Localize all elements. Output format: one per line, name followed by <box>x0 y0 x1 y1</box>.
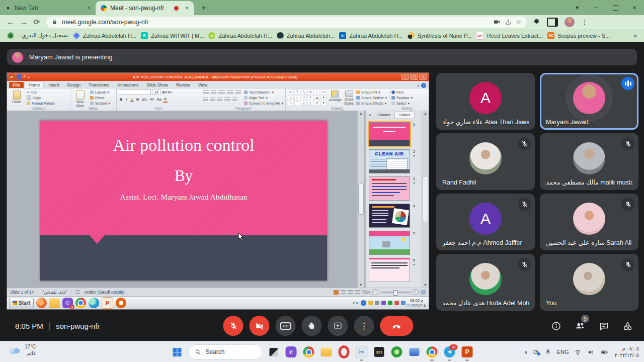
replace-button[interactable]: Replace ▾ <box>391 95 423 101</box>
participant-tile-huda[interactable]: هدى عادل محمد Huda Adel Moha... <box>436 254 535 311</box>
fit-to-window-icon[interactable] <box>421 290 426 295</box>
undo-icon[interactable]: ↶ <box>23 75 27 79</box>
language-en[interactable]: EN <box>353 301 358 305</box>
bookmark-item[interactable]: IOPReed Leaves Extract... <box>476 32 543 40</box>
change-case-button[interactable]: Aa <box>156 97 162 102</box>
idm-icon[interactable] <box>390 345 404 358</box>
zoom-slider[interactable] <box>380 292 411 293</box>
ppt-minimize[interactable]: – <box>401 74 409 80</box>
forward-button[interactable]: → <box>17 18 30 26</box>
ppt-tab-slideshow[interactable]: Slide Show <box>143 82 172 88</box>
media-player-icon[interactable] <box>36 298 47 308</box>
shapes-gallery[interactable]: ▭╲╲▭○▭ △⌐⇨⇩☁▾ ☆⌒{}✦▾ <box>288 89 327 106</box>
language-indicator[interactable]: ENG <box>557 349 569 355</box>
participant-tile-maryam[interactable]: Maryam Jawad <box>540 73 638 130</box>
participant-tile-alaa[interactable]: A علاء ضاري جواد Alaa Thari Jawad <box>436 73 535 130</box>
bookmark-item[interactable]: تسجيل دخول التدري... <box>7 32 68 39</box>
bookmark-item[interactable]: SCScopus preview - S... <box>547 32 610 39</box>
slide-thumbnail-2[interactable]: CLEAN AIR <box>369 149 410 173</box>
copy-button[interactable]: Copy <box>27 95 55 101</box>
file-explorer-icon[interactable] <box>49 298 60 308</box>
task-view-icon[interactable] <box>267 345 280 358</box>
find-button[interactable]: Find <box>391 89 423 95</box>
slide-canvas[interactable]: Air pollution control By Assist. Lect. M… <box>40 121 327 281</box>
reading-view-icon[interactable] <box>348 290 353 295</box>
slide-thumbnail-6[interactable] <box>369 258 410 282</box>
mic-toggle-button[interactable] <box>223 316 243 336</box>
telegram-icon[interactable]: 08 <box>443 345 456 358</box>
tray-icon[interactable] <box>394 301 399 305</box>
smartart-button[interactable]: Convert to SmartArt ▾ <box>244 101 283 106</box>
ppt-tab-animations[interactable]: Animations <box>114 82 142 88</box>
bookmarks-overflow-chevron[interactable]: » <box>633 32 637 39</box>
help-icon[interactable]: ? <box>421 83 426 88</box>
participant-tile-rand[interactable]: Rand Fadhil <box>436 133 535 190</box>
tray-icon[interactable] <box>381 301 386 305</box>
ppt-tab-home[interactable]: Home <box>25 81 44 88</box>
printer-icon[interactable] <box>408 345 421 358</box>
chat-button[interactable] <box>599 321 609 331</box>
raise-hand-button[interactable] <box>301 316 321 336</box>
participant-tile-you[interactable]: You <box>540 254 638 311</box>
slides-tab[interactable]: Slides <box>394 112 415 118</box>
file-explorer-taskbar-icon[interactable] <box>320 345 333 358</box>
strikethrough-button[interactable]: S <box>135 97 140 102</box>
spellcheck-icon[interactable] <box>75 290 80 295</box>
weather-widget[interactable]: 17°Cغائم <box>8 344 36 356</box>
tray-icon[interactable] <box>368 301 373 305</box>
list-align-buttons-row1[interactable] <box>203 89 241 95</box>
tray-icon[interactable] <box>375 301 379 305</box>
format-painter-button[interactable]: Format Painter <box>27 101 55 106</box>
ribbon-collapse-icon[interactable]: ▴ <box>417 83 419 87</box>
ppt-tab-file[interactable]: File <box>9 82 24 88</box>
zoom-out-button[interactable]: − <box>372 289 378 295</box>
list-align-buttons-row2[interactable] <box>203 97 241 102</box>
bookmark-item[interactable]: Zahraa Abdulelah H... <box>73 33 136 39</box>
more-options-button[interactable]: ⋮ <box>354 316 374 336</box>
activities-button[interactable] <box>622 321 633 331</box>
save-icon[interactable] <box>17 74 22 79</box>
chrome-taskbar-icon[interactable] <box>302 345 315 358</box>
shared-screen-powerpoint[interactable]: P ↶ ▾ AIR POLLUTION CONTROL ALAQ&NORA - … <box>7 73 429 309</box>
grow-font-button[interactable]: A˄ <box>162 89 167 95</box>
start-button-classic[interactable]: Start <box>9 298 34 308</box>
bookmark-item[interactable]: RZahraa WITWIT | M... <box>141 32 204 39</box>
tab-search-icon[interactable]: ▾ <box>568 0 587 15</box>
panel-close-icon[interactable]: × <box>366 113 374 117</box>
new-slide-button[interactable]: NewSlide <box>72 89 88 108</box>
language-indicator[interactable]: Arabic (Saudi Arabia) <box>84 290 124 295</box>
paste-button[interactable]: Paste <box>9 89 24 106</box>
participant-tile-sarah[interactable]: ساره علي عبد الحسين Sarah Ali Ab... <box>540 194 638 250</box>
align-text-button[interactable]: Align Text ▾ <box>244 95 283 101</box>
extensions-puzzle-icon[interactable] <box>533 18 540 26</box>
sync-tray-icon[interactable]: ⟳ <box>533 348 539 356</box>
minimize-button[interactable]: – <box>587 0 606 15</box>
reset-button[interactable]: Reset <box>90 95 110 101</box>
captions-button[interactable]: CC <box>275 316 295 336</box>
slide-thumbnail-3[interactable] <box>369 176 410 201</box>
close-button[interactable]: × <box>625 0 644 15</box>
ppt-tab-transitions[interactable]: Transitions <box>85 82 113 88</box>
ppt-tab-view[interactable]: View <box>195 82 211 88</box>
scrollbar-thumb[interactable] <box>358 184 364 215</box>
edge-icon[interactable] <box>89 298 99 308</box>
viber-icon[interactable]: ✆4 <box>62 298 73 308</box>
tab-meet[interactable]: Meet - son-pwug-nfr × <box>96 1 194 15</box>
bookmark-item[interactable]: Synthesis of Nano P... <box>408 32 471 39</box>
scroll-down-icon[interactable]: ▼ <box>359 283 363 287</box>
battery-icon[interactable] <box>600 348 609 356</box>
people-button[interactable]: 9 <box>575 320 586 331</box>
slide-vertical-scrollbar[interactable]: ▲ ▼ <box>357 111 364 288</box>
tray-icon[interactable] <box>388 301 392 305</box>
slide-sorter-icon[interactable] <box>341 290 346 295</box>
section-button[interactable]: Section ▾ <box>90 101 110 106</box>
wifi-icon[interactable] <box>574 348 582 356</box>
browser-icon[interactable] <box>116 298 126 308</box>
snipping-tool-icon[interactable]: ✂ <box>355 345 368 358</box>
profile-avatar[interactable] <box>565 17 575 27</box>
slide-thumbnail-1[interactable] <box>369 122 410 146</box>
meeting-details-button[interactable] <box>551 321 561 331</box>
present-button[interactable] <box>328 316 348 336</box>
ppt-restore[interactable]: ▢ <box>410 74 418 80</box>
tab-new-tab[interactable]: New Tab × <box>0 1 96 15</box>
